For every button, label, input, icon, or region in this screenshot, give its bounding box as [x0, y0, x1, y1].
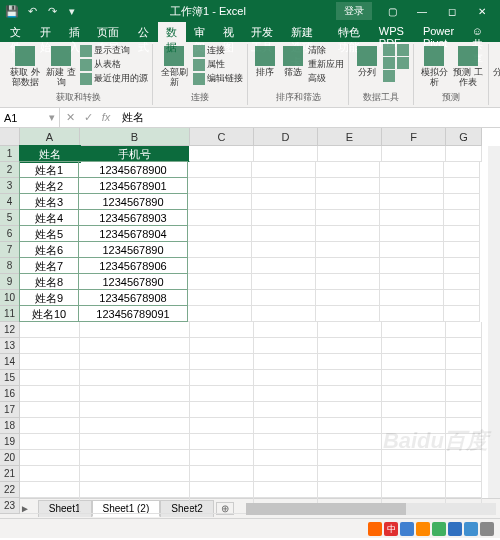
cell[interactable]	[254, 482, 318, 498]
cell[interactable]: 12345678903	[78, 209, 188, 226]
cell[interactable]	[80, 466, 190, 482]
cell[interactable]	[254, 146, 318, 162]
cell[interactable]	[444, 178, 480, 194]
cell[interactable]: 1234567890	[78, 193, 188, 210]
cell[interactable]: 123456789091	[78, 305, 188, 322]
qat-dropdown-icon[interactable]: ▾	[64, 3, 80, 19]
cell[interactable]	[444, 306, 480, 322]
tray-icon[interactable]	[480, 522, 494, 536]
redo-icon[interactable]: ↷	[44, 3, 60, 19]
column-header[interactable]: D	[254, 128, 318, 146]
tab-开始[interactable]: 开始	[32, 22, 60, 42]
tool-icon[interactable]	[383, 57, 409, 69]
cell[interactable]	[188, 306, 252, 322]
cell[interactable]: 姓名2	[19, 177, 79, 194]
cell[interactable]	[20, 418, 80, 434]
cell[interactable]	[382, 402, 446, 418]
cell[interactable]	[446, 482, 482, 498]
cell[interactable]: 姓名10	[19, 305, 79, 322]
tray-icon[interactable]	[368, 522, 382, 536]
cell[interactable]	[380, 194, 444, 210]
cell[interactable]	[80, 322, 190, 338]
forecast-sheet-button[interactable]: 预测 工作表	[452, 44, 484, 88]
row-header[interactable]: 17	[0, 402, 20, 418]
cell[interactable]	[190, 386, 254, 402]
cell[interactable]	[190, 370, 254, 386]
cell[interactable]: 姓名	[20, 146, 80, 162]
cell[interactable]	[252, 194, 316, 210]
cell[interactable]	[80, 370, 190, 386]
cell[interactable]: 手机号	[80, 146, 190, 162]
cell[interactable]	[380, 210, 444, 226]
column-header[interactable]: C	[190, 128, 254, 146]
cell[interactable]	[318, 482, 382, 498]
fx-icon[interactable]: fx	[98, 111, 114, 124]
cell[interactable]: 12345678901	[78, 177, 188, 194]
cell[interactable]	[444, 210, 480, 226]
cell[interactable]: 姓名9	[19, 289, 79, 306]
cell[interactable]	[190, 338, 254, 354]
refresh-all-button[interactable]: 全部刷新	[157, 44, 191, 88]
formula-bar[interactable]: 姓名	[116, 110, 500, 125]
column-header[interactable]: B	[80, 128, 190, 146]
cell[interactable]	[252, 226, 316, 242]
login-button[interactable]: 登录	[336, 2, 372, 20]
cell[interactable]	[190, 146, 254, 162]
connections-button[interactable]: 连接	[193, 44, 243, 57]
cell[interactable]	[190, 322, 254, 338]
cell[interactable]	[80, 338, 190, 354]
cell[interactable]: 姓名4	[19, 209, 79, 226]
reapply-button[interactable]: 重新应用	[308, 58, 344, 71]
cell[interactable]	[380, 178, 444, 194]
whatif-button[interactable]: 模拟分析	[418, 44, 450, 88]
cell[interactable]	[254, 338, 318, 354]
advanced-button[interactable]: 高级	[308, 72, 344, 85]
tab-插入[interactable]: 插入	[61, 22, 89, 42]
cell[interactable]	[382, 450, 446, 466]
cell[interactable]	[318, 322, 382, 338]
cell[interactable]	[316, 210, 380, 226]
cell[interactable]	[188, 226, 252, 242]
cell[interactable]	[318, 402, 382, 418]
cell[interactable]	[254, 402, 318, 418]
row-header[interactable]: 14	[0, 354, 20, 370]
cell[interactable]	[444, 242, 480, 258]
cell[interactable]	[382, 418, 446, 434]
cell[interactable]	[380, 290, 444, 306]
row-header[interactable]: 10	[0, 290, 20, 306]
cell[interactable]	[20, 402, 80, 418]
cell[interactable]	[446, 434, 482, 450]
row-header[interactable]: 13	[0, 338, 20, 354]
cell[interactable]	[444, 274, 480, 290]
column-header[interactable]: A	[20, 128, 80, 146]
cell[interactable]	[20, 434, 80, 450]
cell[interactable]	[380, 258, 444, 274]
cell[interactable]	[80, 418, 190, 434]
cell[interactable]	[190, 482, 254, 498]
cell[interactable]	[382, 370, 446, 386]
cell[interactable]	[252, 178, 316, 194]
column-header[interactable]: G	[446, 128, 482, 146]
cell[interactable]	[254, 450, 318, 466]
tray-icon[interactable]	[400, 522, 414, 536]
cell[interactable]	[188, 210, 252, 226]
cell[interactable]	[252, 258, 316, 274]
cell[interactable]	[80, 354, 190, 370]
cell[interactable]	[188, 274, 252, 290]
cell[interactable]	[80, 482, 190, 498]
tab-视图[interactable]: 视图	[215, 22, 243, 42]
row-header[interactable]: 15	[0, 370, 20, 386]
cell[interactable]	[316, 258, 380, 274]
row-header[interactable]: 9	[0, 274, 20, 290]
cell[interactable]	[382, 146, 446, 162]
cell[interactable]	[20, 370, 80, 386]
cell[interactable]	[252, 210, 316, 226]
row-header[interactable]: 23	[0, 498, 20, 514]
row-header[interactable]: 2	[0, 162, 20, 178]
new-query-button[interactable]: 新建 查询	[44, 44, 78, 88]
cell[interactable]	[380, 274, 444, 290]
close-icon[interactable]: ✕	[468, 1, 496, 21]
cell[interactable]	[252, 242, 316, 258]
get-external-data-button[interactable]: 获取 外部数据	[8, 44, 42, 88]
cell[interactable]: 12345678908	[78, 289, 188, 306]
